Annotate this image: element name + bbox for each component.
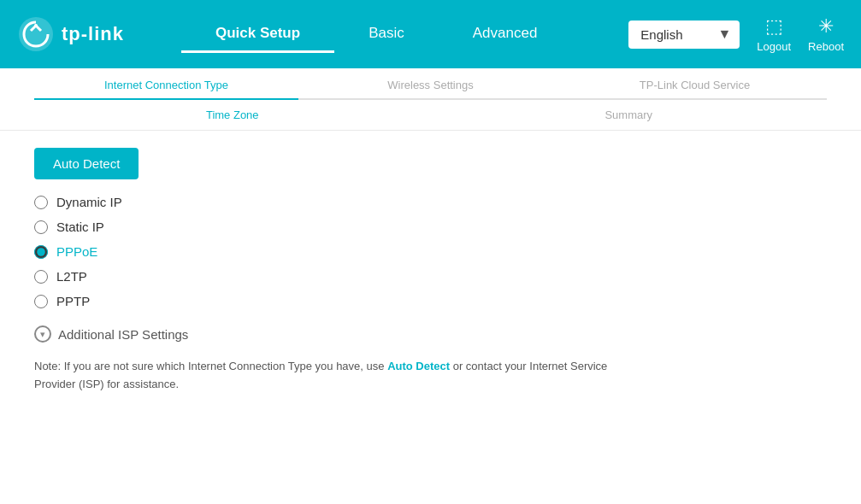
additional-isp-label: Additional ISP Settings — [58, 327, 188, 342]
language-selector-wrap: English Chinese French German Spanish ▼ — [628, 21, 740, 49]
radio-pppoe-input[interactable] — [34, 245, 48, 259]
radio-static-ip[interactable]: Static IP — [34, 220, 827, 234]
steps-row2: Time Zone Summary — [34, 100, 827, 130]
tp-link-logo-icon — [17, 15, 55, 53]
radio-pptp-input[interactable] — [34, 295, 48, 308]
logo-area: tp-link — [17, 15, 124, 53]
step-summary[interactable]: Summary — [431, 108, 828, 121]
additional-isp-settings[interactable]: ▾ Additional ISP Settings — [34, 325, 827, 343]
nav-tabs: Quick Setup Basic Advanced — [124, 16, 628, 53]
language-select[interactable]: English Chinese French German Spanish — [628, 21, 740, 49]
connection-type-radio-group: Dynamic IP Static IP PPPoE L2TP PPTP — [34, 195, 827, 308]
svg-point-1 — [34, 24, 38, 27]
radio-static-ip-label: Static IP — [56, 220, 104, 234]
reboot-icon: ✳ — [818, 15, 834, 38]
logout-button[interactable]: ⬚ Logout — [757, 15, 791, 53]
radio-pptp-label: PPTP — [56, 294, 90, 308]
step-time-zone[interactable]: Time Zone — [34, 108, 431, 121]
radio-dynamic-ip-input[interactable] — [34, 196, 48, 209]
auto-detect-button[interactable]: Auto Detect — [34, 148, 139, 179]
note-prefix: Note: If you are not sure which Internet… — [34, 360, 387, 372]
logo-text: tp-link — [62, 23, 124, 45]
logout-label: Logout — [757, 40, 791, 53]
reboot-label: Reboot — [808, 40, 844, 53]
note-highlight: Auto Detect — [387, 360, 450, 372]
step-internet-connection[interactable]: Internet Connection Type — [34, 79, 298, 100]
additional-isp-toggle-icon: ▾ — [34, 325, 51, 343]
nav-quick-setup[interactable]: Quick Setup — [181, 16, 334, 53]
logout-icon: ⬚ — [765, 15, 783, 38]
radio-l2tp-input[interactable] — [34, 270, 48, 284]
radio-static-ip-input[interactable] — [34, 220, 48, 234]
step-cloud-service[interactable]: TP-Link Cloud Service — [563, 79, 827, 100]
radio-l2tp[interactable]: L2TP — [34, 269, 827, 284]
main-content: Auto Detect Dynamic IP Static IP PPPoE L… — [0, 131, 861, 504]
note-text: Note: If you are not sure which Internet… — [34, 358, 633, 394]
radio-dynamic-ip-label: Dynamic IP — [56, 195, 122, 209]
steps-row1: Internet Connection Type Wireless Settin… — [34, 68, 827, 100]
header: tp-link Quick Setup Basic Advanced Engli… — [0, 0, 861, 68]
step-wireless-settings[interactable]: Wireless Settings — [298, 79, 563, 100]
header-actions: ⬚ Logout ✳ Reboot — [757, 15, 844, 53]
radio-dynamic-ip[interactable]: Dynamic IP — [34, 195, 827, 209]
nav-advanced[interactable]: Advanced — [439, 16, 572, 53]
nav-basic[interactable]: Basic — [334, 16, 439, 53]
radio-pptp[interactable]: PPTP — [34, 294, 827, 308]
radio-l2tp-label: L2TP — [56, 269, 87, 284]
steps-bar: Internet Connection Type Wireless Settin… — [0, 68, 861, 131]
radio-pppoe-label: PPPoE — [56, 244, 97, 259]
radio-pppoe[interactable]: PPPoE — [34, 244, 827, 259]
reboot-button[interactable]: ✳ Reboot — [808, 15, 844, 53]
